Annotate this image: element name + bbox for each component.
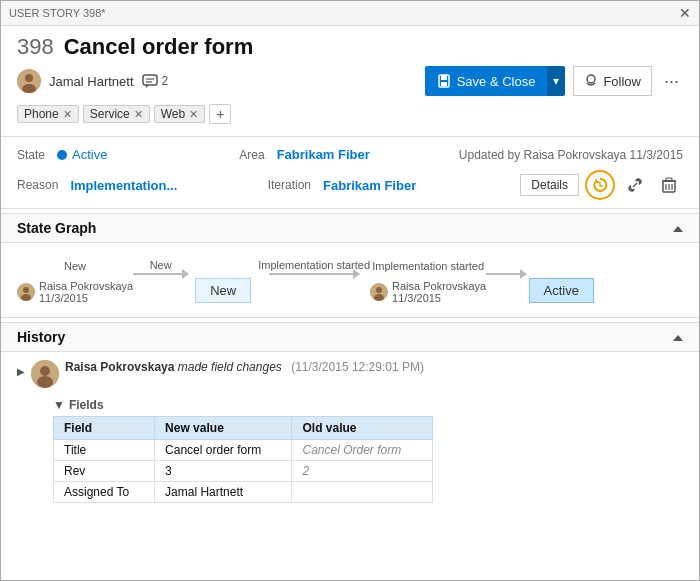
history-triangle: ▶ [17, 366, 25, 377]
updated-text: Updated by Raisa Pokrovskaya 11/3/2015 [459, 148, 683, 162]
sg-avatar-3 [370, 283, 388, 301]
history-collapse[interactable] [673, 330, 683, 344]
sg-node1-info: Raisa Pokrovskaya 11/3/2015 [39, 280, 133, 304]
svg-point-21 [376, 287, 382, 293]
history-title: History [17, 329, 65, 345]
sg-node3-person-name: Raisa Pokrovskaya [392, 280, 486, 292]
add-tag-button[interactable]: + [209, 104, 231, 124]
action-icons: Details [520, 170, 683, 200]
sg-arrow1: New [133, 259, 188, 275]
reason-value[interactable]: Implementation... [70, 178, 255, 193]
reason-label: Reason [17, 178, 58, 192]
state-graph: New Raisa Pokrovskaya 11/3/2015 New [1, 243, 699, 313]
svg-rect-13 [666, 178, 672, 181]
state-value-group: Active [57, 147, 227, 162]
history-icon-button[interactable] [585, 170, 615, 200]
follow-button[interactable]: Follow [573, 66, 652, 96]
comment-icon [142, 74, 158, 88]
close-button[interactable]: ✕ [679, 5, 691, 21]
svg-point-1 [25, 74, 33, 82]
state-graph-collapse[interactable] [673, 221, 683, 235]
author-left: Jamal Hartnett 2 [17, 69, 168, 93]
link-icon [627, 177, 643, 193]
sg-node1-date: 11/3/2015 [39, 292, 133, 304]
meta-row2: Reason Implementation... Iteration Fabri… [1, 168, 699, 204]
sg-node3-info: Raisa Pokrovskaya 11/3/2015 [392, 280, 486, 304]
state-label: State [17, 148, 45, 162]
sg-node3-date: 11/3/2015 [392, 292, 486, 304]
sg-node1-label: New [64, 260, 86, 272]
story-number: 398 [17, 34, 54, 60]
tag-service: Service ✕ [83, 105, 150, 123]
meta-section: State Active Area Fabrikam Fiber Updated… [1, 141, 699, 168]
tag-service-label: Service [90, 107, 130, 121]
tag-phone-label: Phone [24, 107, 59, 121]
tag-web-label: Web [161, 107, 185, 121]
details-button[interactable]: Details [520, 174, 579, 196]
save-dropdown-button[interactable]: ▾ [547, 66, 565, 96]
sg-arrow1-label: New [150, 259, 172, 271]
divider-1 [1, 136, 699, 137]
row1-old: Cancel Order form [292, 440, 433, 461]
row2-field: Rev [54, 461, 155, 482]
row2-old: 2 [292, 461, 433, 482]
follow-label: Follow [603, 74, 641, 89]
sg-avatar-1 [17, 283, 35, 301]
history-entry: ▶ Raisa Pokrovskaya made field changes (… [17, 360, 683, 388]
col-old-value: Old value [292, 417, 433, 440]
avatar [17, 69, 41, 93]
area-value: Fabrikam Fiber [277, 147, 447, 162]
sg-node1-person-name: Raisa Pokrovskaya [39, 280, 133, 292]
state-value[interactable]: Active [72, 147, 107, 162]
tag-web: Web ✕ [154, 105, 205, 123]
state-dot [57, 150, 67, 160]
col-field: Field [54, 417, 155, 440]
divider-2 [1, 208, 699, 209]
tag-web-close[interactable]: ✕ [189, 108, 198, 121]
area-label: Area [239, 148, 264, 162]
story-title-row: 398 Cancel order form [17, 34, 683, 60]
history-icon [592, 177, 608, 193]
save-group: Save & Close ▾ [425, 66, 566, 96]
link-icon-button[interactable] [621, 171, 649, 199]
divider-3 [1, 317, 699, 318]
svg-point-18 [23, 287, 29, 293]
iteration-value: Fabrikam Fiber [323, 178, 508, 193]
fields-table-header-row: Field New value Old value [54, 417, 433, 440]
sg-node1-person: Raisa Pokrovskaya 11/3/2015 [17, 280, 133, 304]
follow-icon [584, 74, 598, 88]
save-close-label: Save & Close [457, 74, 536, 89]
story-title[interactable]: Cancel order form [64, 34, 254, 60]
sg-node3-person: Raisa Pokrovskaya 11/3/2015 [370, 280, 486, 304]
row3-old [292, 482, 433, 503]
sg-node-new: x New [188, 262, 258, 303]
tag-phone: Phone ✕ [17, 105, 79, 123]
row3-field: Assigned To [54, 482, 155, 503]
sg-active-box: Active [529, 278, 594, 303]
comment-icon-group: 2 [142, 74, 169, 88]
comment-count: 2 [162, 74, 169, 88]
state-graph-title: State Graph [17, 220, 96, 236]
row2-new: 3 [155, 461, 292, 482]
history-author: Raisa Pokrovskaya [65, 360, 174, 374]
sg-new-box: New [195, 278, 251, 303]
table-row: Assigned To Jamal Hartnett [54, 482, 433, 503]
svg-rect-3 [143, 75, 157, 85]
svg-marker-4 [146, 85, 149, 88]
history-timestamp: (11/3/2015 12:29:01 PM) [291, 360, 424, 374]
tag-service-close[interactable]: ✕ [134, 108, 143, 121]
header-section: 398 Cancel order form Jamal Hartnett [1, 26, 699, 132]
row1-new: Cancel order form [155, 440, 292, 461]
history-text: Raisa Pokrovskaya made field changes (11… [65, 360, 424, 374]
row3-new: Jamal Hartnett [155, 482, 292, 503]
fields-section: ▼ Fields Field New value Old value Title… [17, 394, 683, 507]
save-close-button[interactable]: Save & Close [425, 66, 548, 96]
history-section: ▶ Raisa Pokrovskaya made field changes (… [1, 352, 699, 515]
fields-label-text: Fields [69, 398, 104, 412]
trash-icon-button[interactable] [655, 171, 683, 199]
sg-arrow2: Implementation started [258, 259, 370, 275]
history-header: History [1, 322, 699, 352]
tag-phone-close[interactable]: ✕ [63, 108, 72, 121]
more-button[interactable]: ··· [660, 71, 683, 92]
history-avatar [31, 360, 59, 388]
